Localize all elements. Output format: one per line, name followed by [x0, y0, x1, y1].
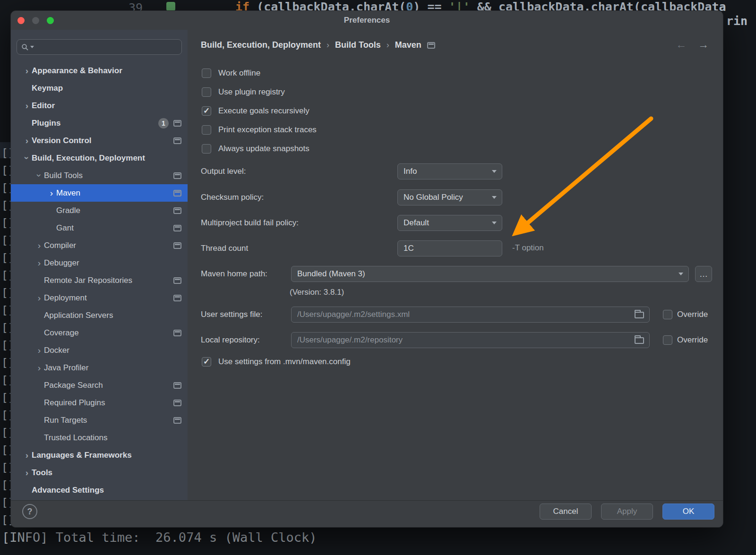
checkbox[interactable]	[202, 68, 211, 78]
sidebar-item-debugger[interactable]: ›Debugger	[11, 254, 188, 272]
thread-count-input[interactable]	[397, 240, 502, 256]
checkbox[interactable]	[202, 87, 211, 97]
fail-policy-select[interactable]: Default	[397, 215, 502, 231]
checkbox[interactable]	[202, 125, 211, 135]
ok-button[interactable]: OK	[662, 504, 714, 520]
sidebar-item-gant[interactable]: Gant	[11, 219, 188, 237]
row-trailing	[173, 190, 188, 196]
local-repo-override[interactable]: Override	[663, 335, 708, 345]
checkbox[interactable]	[202, 144, 211, 154]
sidebar-item-label: Compiler	[44, 241, 76, 250]
chevron-right-icon[interactable]: ›	[47, 188, 56, 197]
back-arrow-button[interactable]: ←	[676, 38, 687, 51]
sidebar-item-label: Debugger	[44, 258, 79, 268]
sidebar-item-label: Package Search	[44, 381, 103, 390]
sidebar-item-version-control[interactable]: ›Version Control	[11, 132, 188, 149]
sidebar-item-maven[interactable]: ›Maven	[11, 184, 188, 202]
dialog-title: Preferences	[11, 11, 723, 30]
settings-search-box[interactable]	[17, 39, 182, 55]
sidebar-item-build-tools[interactable]: ›Build Tools	[11, 167, 188, 184]
sidebar-item-languages-frameworks[interactable]: ›Languages & Frameworks	[11, 446, 188, 464]
cancel-button[interactable]: Cancel	[540, 504, 592, 520]
user-settings-override[interactable]: Override	[663, 310, 708, 319]
sidebar-item-plugins[interactable]: Plugins1	[11, 114, 188, 132]
checkbox[interactable]	[202, 357, 211, 367]
option-work-offline[interactable]: Work offline	[202, 64, 317, 83]
checksum-policy-select[interactable]: No Global Policy	[397, 189, 502, 205]
folder-browse-icon[interactable]	[635, 337, 644, 344]
chevron-right-icon[interactable]: ›	[34, 293, 44, 302]
override-checkbox[interactable]	[663, 335, 672, 345]
chevron-down-icon	[679, 273, 683, 275]
option-print-exception-stack-traces[interactable]: Print exception stack traces	[202, 120, 317, 139]
breadcrumb-item[interactable]: Maven	[395, 40, 421, 50]
help-button[interactable]: ?	[22, 504, 37, 519]
sidebar-item-editor[interactable]: ›Editor	[11, 97, 188, 114]
forward-arrow-button[interactable]: →	[698, 38, 709, 51]
option-always-update-snapshots[interactable]: Always update snapshots	[202, 139, 317, 158]
sidebar-item-required-plugins[interactable]: Required Plugins	[11, 394, 188, 411]
use-mvn-config-option[interactable]: Use settings from .mvn/maven.config	[202, 357, 351, 367]
search-options-arrow-icon[interactable]	[30, 46, 34, 48]
chevron-right-icon[interactable]: ›	[34, 258, 44, 267]
sidebar-item-deployment[interactable]: ›Deployment	[11, 289, 188, 307]
sidebar-item-keymap[interactable]: Keymap	[11, 79, 188, 97]
node-settings-icon	[173, 382, 181, 389]
override-checkbox[interactable]	[663, 310, 672, 319]
maven-home-select[interactable]: Bundled (Maven 3)	[291, 266, 689, 282]
sidebar-item-gradle[interactable]: Gradle	[11, 202, 188, 219]
sidebar-item-tools[interactable]: ›Tools	[11, 464, 188, 481]
sidebar-item-run-targets[interactable]: Run Targets	[11, 411, 188, 429]
user-settings-input[interactable]	[291, 307, 650, 323]
override-label: Override	[677, 310, 708, 319]
chevron-right-icon[interactable]: ›	[34, 241, 44, 250]
output-level-value: Info	[404, 167, 417, 176]
sidebar-item-compiler[interactable]: ›Compiler	[11, 237, 188, 254]
node-settings-icon	[173, 225, 181, 231]
chevron-down-icon[interactable]: ›	[35, 171, 44, 180]
sidebar-item-advanced-settings[interactable]: Advanced Settings	[11, 481, 188, 499]
chevron-right-icon[interactable]: ›	[34, 346, 44, 355]
apply-button[interactable]: Apply	[601, 504, 653, 520]
node-settings-icon	[427, 42, 435, 49]
chevron-down-icon[interactable]: ›	[23, 154, 32, 163]
chevron-right-icon[interactable]: ›	[22, 101, 32, 110]
sidebar-item-label: Tools	[32, 468, 52, 478]
chevron-right-icon[interactable]: ›	[22, 451, 32, 460]
option-label: Work offline	[218, 68, 260, 78]
chevron-right-icon[interactable]: ›	[22, 468, 32, 477]
sidebar-item-docker[interactable]: ›Docker	[11, 342, 188, 359]
chevron-right-icon[interactable]: ›	[22, 66, 32, 75]
breadcrumb-item[interactable]: Build Tools	[335, 40, 381, 50]
row-trailing	[173, 172, 188, 179]
output-level-select[interactable]: Info	[397, 163, 502, 179]
breadcrumb-item[interactable]: Build, Execution, Deployment	[201, 40, 321, 50]
sidebar-item-trusted-locations[interactable]: Trusted Locations	[11, 429, 188, 446]
node-settings-icon	[173, 400, 181, 406]
browse-more-button[interactable]: …	[695, 266, 712, 282]
checkbox[interactable]	[202, 106, 211, 116]
local-repo-input[interactable]	[291, 332, 650, 348]
option-execute-goals-recursively[interactable]: Execute goals recursively	[202, 102, 317, 120]
sidebar-item-remote-jar-repositories[interactable]: Remote Jar Repositories	[11, 272, 188, 289]
sidebar-item-java-profiler[interactable]: ›Java Profiler	[11, 359, 188, 376]
chevron-right-icon[interactable]: ›	[34, 363, 44, 372]
settings-search-input[interactable]	[35, 43, 177, 51]
sidebar-item-appearance-behavior[interactable]: ›Appearance & Behavior	[11, 62, 188, 79]
checksum-policy-value: No Global Policy	[404, 193, 463, 202]
option-use-plugin-registry[interactable]: Use plugin registry	[202, 83, 317, 102]
row-trailing	[173, 225, 188, 231]
search-icon	[21, 43, 29, 51]
option-label: Print exception stack traces	[218, 125, 317, 135]
row-trailing	[173, 277, 188, 284]
row-trailing	[173, 207, 188, 214]
chevron-right-icon[interactable]: ›	[22, 136, 32, 145]
sidebar-item-application-servers[interactable]: Application Servers	[11, 307, 188, 324]
sidebar-item-build-execution-deployment[interactable]: ›Build, Execution, Deployment	[11, 149, 188, 167]
chevron-down-icon	[492, 170, 497, 173]
sidebar-item-coverage[interactable]: Coverage	[11, 324, 188, 342]
sidebar-item-package-search[interactable]: Package Search	[11, 376, 188, 394]
sidebar-item-label: Advanced Settings	[32, 486, 104, 495]
node-settings-icon	[173, 172, 181, 179]
folder-browse-icon[interactable]	[635, 312, 644, 318]
